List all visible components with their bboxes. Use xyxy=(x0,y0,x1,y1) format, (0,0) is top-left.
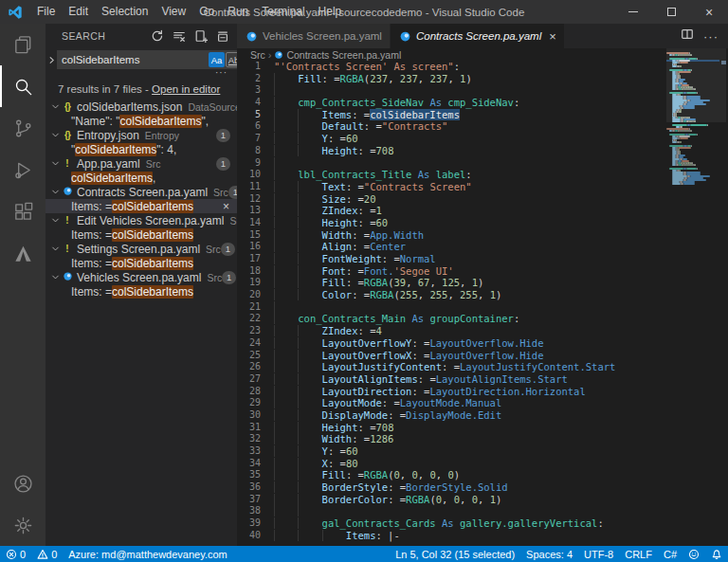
status-text: Azure: md@matthewdevaney.com xyxy=(68,549,227,560)
tab-vehicles-screen-pa-yaml[interactable]: Vehicles Screen.pa.yaml xyxy=(237,24,391,48)
more-actions-button[interactable]: ··· xyxy=(703,29,719,44)
chevron-down-icon[interactable] xyxy=(49,131,61,139)
result-file-row[interactable]: Contracts Screen.pa.yamlSrc1 xyxy=(46,185,237,199)
menu-view[interactable]: View xyxy=(155,0,192,24)
dismiss-match-button[interactable]: × xyxy=(223,200,229,213)
line-text: Items: =colSidebarItems xyxy=(274,109,460,121)
open-new-search-editor-button[interactable] xyxy=(191,27,209,45)
menu-file[interactable]: File xyxy=(30,0,62,24)
clear-search-results-button[interactable] xyxy=(170,27,188,45)
breadcrumb-file[interactable]: Contracts Screen.pa.yaml xyxy=(286,49,401,61)
result-file-dir: DataSources xyxy=(188,101,237,113)
result-match-row[interactable]: "Name": "colSidebarItems", xyxy=(46,114,237,128)
menu-run[interactable]: Run xyxy=(221,0,255,24)
menu-selection[interactable]: Selection xyxy=(95,0,155,24)
menu-edit[interactable]: Edit xyxy=(62,0,95,24)
line-text: Width: =App.Width xyxy=(274,229,424,242)
status-notifications[interactable] xyxy=(705,546,728,562)
chevron-down-icon[interactable] xyxy=(49,245,61,253)
chevron-down-icon[interactable] xyxy=(49,216,61,225)
activitybar-extensions[interactable] xyxy=(0,190,46,232)
search-input[interactable] xyxy=(62,54,208,65)
line-text: BorderColor: =RGBA(0, 0, 0, 1) xyxy=(274,494,501,506)
status-cursor-position[interactable]: Ln 5, Col 32 (15 selected) xyxy=(390,546,520,562)
status-language-mode[interactable]: C# xyxy=(658,546,682,562)
line-number: 40 xyxy=(237,530,274,542)
match-case-toggle[interactable]: Aa xyxy=(209,52,225,67)
yaml-file-icon: ! xyxy=(61,213,74,227)
result-file-row[interactable]: !Settings Screen.pa.yamlSrc1 xyxy=(46,242,237,256)
code-line: 17 FontWeight: =Normal xyxy=(237,253,665,265)
status-feedback[interactable] xyxy=(682,546,705,562)
activitybar-azure[interactable] xyxy=(0,232,46,274)
result-match-row[interactable]: colSidebarItems, xyxy=(46,171,237,185)
menu-terminal[interactable]: Terminal xyxy=(255,0,311,24)
line-number: 32 xyxy=(237,433,274,445)
status-encoding[interactable]: UTF-8 xyxy=(578,546,619,562)
breadcrumb-separator: › xyxy=(268,49,272,61)
split-editor-button[interactable] xyxy=(681,27,694,45)
code-area[interactable]: 1"'Contracts Screen' As screen":2 Fill: … xyxy=(237,61,665,546)
code-line: 39 gal_Contracts_Cards As gallery.galler… xyxy=(237,517,665,530)
activitybar-source-control[interactable] xyxy=(0,107,46,149)
result-file-row[interactable]: Vehicles Screen.pa.yamlSrc1 xyxy=(46,270,237,284)
collapse-all-button[interactable] xyxy=(213,27,231,45)
editor-tabs: Vehicles Screen.pa.yamlContracts Screen.… xyxy=(237,24,728,48)
close-button[interactable]: × xyxy=(690,0,728,24)
status-problems-errors[interactable]: 0 xyxy=(0,546,31,562)
result-file-row[interactable]: !Edit Vehicles Screen.pa.yamlSrc1 xyxy=(46,213,237,227)
minimize-icon xyxy=(628,11,638,12)
result-match-row[interactable]: Items: =colSidebarItems xyxy=(46,256,237,270)
toggle-search-details-button[interactable]: ··· xyxy=(46,69,237,79)
bell-icon xyxy=(711,549,722,560)
line-text: Y: =60 xyxy=(274,445,358,458)
json-file-icon: {} xyxy=(61,100,74,114)
chevron-down-icon[interactable] xyxy=(49,273,61,281)
status-problems-warnings[interactable]: 0 xyxy=(31,546,63,562)
chevron-down-icon[interactable] xyxy=(49,188,61,196)
activitybar-run-and-debug[interactable] xyxy=(0,149,46,190)
azure-icon xyxy=(12,243,34,264)
line-number: 31 xyxy=(237,422,274,434)
search-icon xyxy=(12,76,34,98)
result-match-row[interactable]: Items: =colSidebarItems× xyxy=(46,199,237,213)
pa-file-icon xyxy=(61,270,74,284)
activitybar-accounts[interactable] xyxy=(0,462,46,504)
status-eol-sequence[interactable]: CRLF xyxy=(619,546,658,562)
code-line: 4 cmp_Contracts_SideNav As cmp_SideNav: xyxy=(237,97,665,109)
toggle-replace-button[interactable] xyxy=(46,56,57,64)
tab-contracts-screen-pa-yaml[interactable]: Contracts Screen.pa.yaml× xyxy=(391,24,565,48)
menu-help[interactable]: Help xyxy=(312,0,349,24)
result-match-row[interactable]: "colSidebarItems": 4, xyxy=(46,142,237,156)
line-text: BorderStyle: =BorderStyle.Solid xyxy=(274,481,508,494)
activitybar-settings[interactable] xyxy=(0,504,46,546)
line-number: 25 xyxy=(237,350,274,362)
result-file-row[interactable]: {}colSidebarItems.jsonDataSources1 xyxy=(46,100,237,114)
status-indentation[interactable]: Spaces: 4 xyxy=(520,546,578,562)
minimap-slider[interactable] xyxy=(666,48,726,122)
tab-close-icon[interactable]: × xyxy=(549,30,556,43)
editor-scrollbar[interactable] xyxy=(719,48,728,546)
whole-word-toggle[interactable]: Ab xyxy=(226,52,237,67)
result-file-row[interactable]: {}Entropy.jsonEntropy1 xyxy=(46,128,237,142)
result-match-row[interactable]: Items: =colSidebarItems xyxy=(46,227,237,242)
menu-go[interactable]: Go xyxy=(192,0,221,24)
minimize-button[interactable] xyxy=(614,0,652,24)
code-line: 25 LayoutOverflowX: =LayoutOverflow.Hide xyxy=(237,350,665,362)
refresh-button[interactable] xyxy=(148,27,166,45)
line-text: Text: ="Contracts Screen" xyxy=(274,181,472,193)
chevron-down-icon[interactable] xyxy=(49,102,61,111)
result-file-row[interactable]: !App.pa.yamlSrc1 xyxy=(46,156,237,171)
result-match-row[interactable]: Items: =colSidebarItems xyxy=(46,284,237,299)
line-text: Width: =1286 xyxy=(274,433,393,445)
line-text: Height: =708 xyxy=(274,422,393,434)
activitybar-search[interactable] xyxy=(0,65,46,107)
line-text: X: =80 xyxy=(274,458,358,470)
maximize-button[interactable] xyxy=(652,0,690,24)
open-in-editor-link[interactable]: Open in editor xyxy=(152,83,220,95)
activitybar-explorer[interactable] xyxy=(0,24,46,65)
breadcrumb-folder[interactable]: Src xyxy=(250,49,265,61)
status-azure-account[interactable]: Azure: md@matthewdevaney.com xyxy=(63,546,232,562)
result-count-badge: 1 xyxy=(221,243,235,256)
chevron-down-icon[interactable] xyxy=(49,159,61,168)
